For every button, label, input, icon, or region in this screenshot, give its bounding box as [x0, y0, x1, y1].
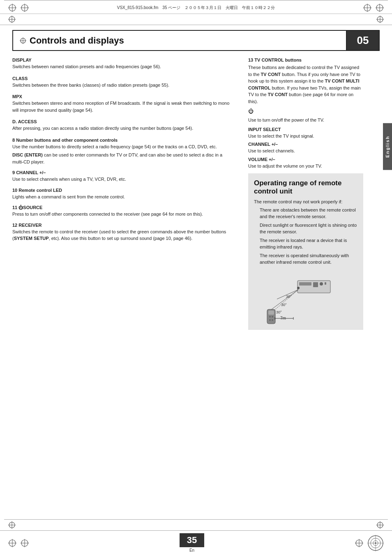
- reg-mark-bottom-left-2: [21, 539, 29, 547]
- mpx-body: Switches between stereo and mono recepti…: [12, 100, 232, 113]
- reg-mark-row2-left: [8, 16, 16, 23]
- section-class: CLASS Switches between the three banks (…: [12, 76, 232, 89]
- svg-rect-23: [313, 282, 318, 287]
- section-number-buttons: 8 Number buttons and other component con…: [12, 138, 232, 166]
- display-body: Switches between named station presets a…: [12, 63, 232, 70]
- remote-range-svg: 30° 30° 30° 7m: [265, 272, 347, 326]
- tv-channel-body: Use to select channels.: [248, 147, 363, 154]
- d-access-body: After pressing, you can access a radio s…: [12, 125, 232, 132]
- tv-power-desc: Use to turn on/off the power of the TV.: [248, 117, 363, 124]
- receiver-body: Switches the remote to control the recei…: [12, 228, 232, 242]
- tv-control-section: 13 TV CONTROL buttons These buttons are …: [248, 58, 363, 169]
- svg-rect-25: [325, 282, 326, 285]
- left-column: DISPLAY Switches between named station p…: [12, 58, 240, 330]
- section-display: DISPLAY Switches between named station p…: [12, 58, 232, 70]
- reg-mark-bottom-right-1: [355, 539, 363, 547]
- section-source: 11 ⏻SOURCE Press to turn on/off other co…: [12, 205, 232, 218]
- number-buttons-heading: 8 Number buttons and other component con…: [12, 138, 232, 143]
- section-receiver: 12 RECEIVER Switches the remote to contr…: [12, 223, 232, 242]
- operating-range-intro: The remote control may not work properly…: [254, 199, 357, 204]
- operating-range-list: There are obstacles between the remote c…: [254, 207, 357, 266]
- channel-heading: 9 CHANNEL +/–: [12, 170, 232, 175]
- svg-point-33: [272, 316, 273, 318]
- svg-point-26: [297, 287, 300, 289]
- reg-mark-bottom-row1-left: [8, 521, 16, 529]
- disc-enter-body: DISC (ENTER) can be used to enter comman…: [12, 152, 232, 165]
- d-access-heading: D. ACCESS: [12, 119, 232, 124]
- svg-text:30°: 30°: [276, 310, 282, 314]
- tv-volume: VOLUME +/– Use to adjust the volume on y…: [248, 157, 363, 170]
- tv-power-row: ⏻: [248, 108, 363, 114]
- section-mpx: MPX Switches between stereo and mono rec…: [12, 94, 232, 113]
- remote-led-body: Lights when a command is sent from the r…: [12, 193, 232, 200]
- channel-body: Use to select channels when using a TV, …: [12, 176, 232, 183]
- remote-diagram: 30° 30° 30° 7m: [254, 272, 357, 326]
- tv-control-intro: These buttons are dedicated to control t…: [248, 64, 363, 105]
- svg-rect-31: [268, 311, 274, 315]
- page-header: Controls and displays 05: [12, 30, 380, 51]
- bullet-item-3: The receiver is located near a device th…: [254, 237, 357, 251]
- receiver-heading: 12 RECEIVER: [12, 223, 232, 228]
- reg-mark-top-right-2: [376, 4, 384, 12]
- mpx-heading: MPX: [12, 94, 232, 99]
- bullet-item-4: The receiver is operated simultaneously …: [254, 252, 357, 266]
- operating-range-section: Operating range of remote control unit T…: [248, 173, 363, 330]
- tv-control-heading: 13 TV CONTROL buttons: [248, 58, 363, 62]
- tv-power-symbol: ⏻: [248, 108, 254, 114]
- page-en: En: [180, 548, 204, 553]
- tv-input-select: INPUT SELECT Use to select the TV input …: [248, 127, 363, 140]
- reg-mark-top-left-1: [8, 4, 16, 12]
- section-d-access: D. ACCESS After pressing, you can access…: [12, 119, 232, 132]
- bullet-item-1: There are obstacles between the remote c…: [254, 207, 357, 220]
- bullet-item-2: Direct sunlight or fluorescent light is …: [254, 222, 357, 235]
- input-select-heading: INPUT SELECT: [248, 127, 363, 132]
- svg-text:30°: 30°: [281, 303, 287, 307]
- chapter-number: 05: [346, 31, 379, 50]
- reg-mark-top-left-2: [21, 4, 29, 12]
- section-channel: 9 CHANNEL +/– Use to select channels whe…: [12, 170, 232, 183]
- source-body: Press to turn on/off other components co…: [12, 211, 232, 218]
- english-side-tab: English: [383, 123, 392, 170]
- bottom-area: 35 En: [0, 519, 392, 555]
- main-content: DISPLAY Switches between named station p…: [12, 58, 380, 330]
- reg-mark-row2-right: [376, 16, 384, 23]
- tv-volume-body: Use to adjust the volume on your TV.: [248, 163, 363, 170]
- input-select-body: Use to select the TV input signal.: [248, 133, 363, 140]
- operating-range-title: Operating range of remote control unit: [254, 179, 357, 196]
- svg-point-35: [272, 319, 273, 321]
- reg-mark-bottom-left-1: [8, 539, 16, 547]
- svg-point-34: [269, 319, 271, 321]
- tv-channel-heading: CHANNEL +/–: [248, 142, 363, 147]
- page-title: Controls and displays: [30, 35, 124, 46]
- right-column: 13 TV CONTROL buttons These buttons are …: [240, 58, 363, 330]
- header-reg-mark-left: [20, 37, 26, 44]
- svg-line-27: [273, 290, 298, 311]
- tv-channel: CHANNEL +/– Use to select channels.: [248, 142, 363, 154]
- svg-rect-24: [320, 282, 323, 286]
- source-heading: 11 ⏻SOURCE: [12, 205, 232, 210]
- svg-point-32: [269, 316, 271, 318]
- remote-led-heading: 10 Remote control LED: [12, 188, 232, 193]
- decorative-bottom-right: [367, 535, 384, 551]
- file-info: VSX_815-915.book.fm 35 ページ ２００５年３月１日 火曜日…: [117, 5, 275, 11]
- svg-rect-22: [299, 282, 311, 286]
- tv-volume-heading: VOLUME +/–: [248, 157, 363, 162]
- page-number-box: 35: [180, 533, 204, 547]
- top-bar: VSX_815-915.book.fm 35 ページ ２００５年３月１日 火曜日…: [0, 0, 392, 14]
- svg-text:30°: 30°: [286, 295, 292, 299]
- class-heading: CLASS: [12, 76, 232, 81]
- number-buttons-body: Use the number buttons to directly selec…: [12, 143, 232, 150]
- display-heading: DISPLAY: [12, 58, 232, 62]
- class-body: Switches between the three banks (classe…: [12, 82, 232, 89]
- reg-mark-bottom-row1-right: [376, 521, 384, 529]
- page-number-container: 35 En: [180, 533, 204, 553]
- svg-line-29: [269, 290, 298, 311]
- reg-mark-top-right-1: [363, 4, 371, 12]
- section-remote-led: 10 Remote control LED Lights when a comm…: [12, 188, 232, 200]
